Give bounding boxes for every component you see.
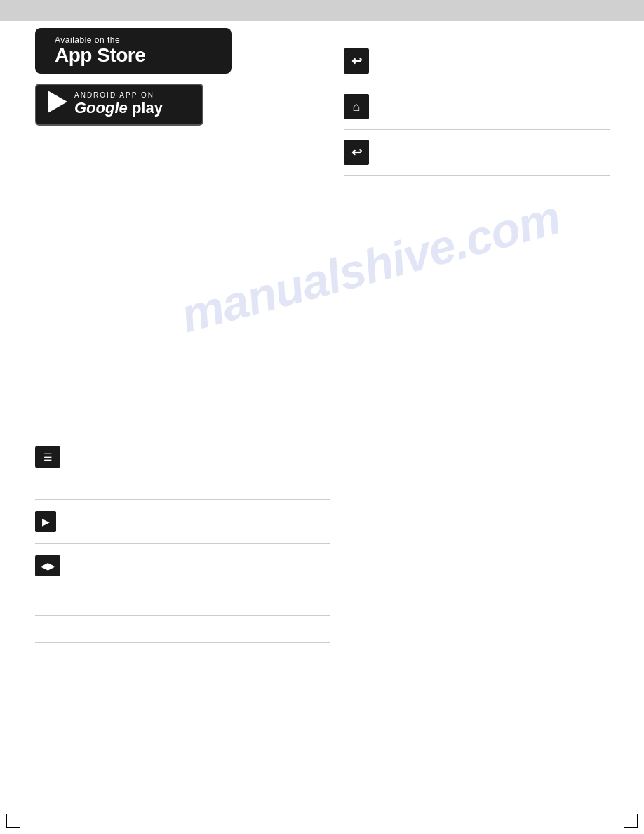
appstore-top-text: Available on the	[55, 35, 145, 45]
icon-row-return: ↩	[344, 130, 610, 176]
app-badges-section: Available on the App Store ANDROID APP O…	[35, 28, 302, 126]
googleplay-badge[interactable]: ANDROID APP ON Google play	[35, 84, 203, 126]
play-icon-box: ▶	[35, 511, 56, 532]
return-icon: ↩	[351, 145, 362, 160]
watermark: manualshive.com	[175, 189, 565, 343]
top-bar	[0, 0, 644, 21]
appstore-badge-text: Available on the App Store	[55, 35, 145, 67]
right-icon-section: ↩ ⌂ ↩	[344, 39, 610, 176]
home-icon: ⌂	[353, 100, 361, 114]
home-icon-box: ⌂	[344, 94, 369, 119]
googleplay-icon	[48, 91, 67, 119]
menu-icon-box: ☰	[35, 446, 60, 468]
skip-icon: ◀▶	[41, 561, 55, 571]
googleplay-top-text: ANDROID APP ON	[74, 91, 163, 99]
svg-marker-0	[48, 91, 67, 113]
corner-mark-br	[624, 814, 638, 828]
icon-row-home: ⌂	[344, 84, 610, 130]
bottom-icon-section: ☰ ▶ ◀▶	[35, 435, 330, 670]
play-icon-row: ▶	[35, 500, 330, 544]
return-icon-box: ↩	[344, 140, 369, 165]
menu-icon: ☰	[43, 451, 53, 463]
skip-icon-row: ◀▶	[35, 544, 330, 588]
appstore-main-text: App Store	[55, 45, 145, 67]
menu-icon-row: ☰	[35, 435, 330, 479]
skip-icon-box: ◀▶	[35, 555, 60, 576]
corner-mark-bl	[6, 814, 20, 828]
googleplay-badge-text: ANDROID APP ON Google play	[74, 91, 163, 117]
spacer-row	[35, 479, 330, 500]
bottom-spacer-row2	[35, 616, 330, 643]
bottom-spacer-row	[35, 588, 330, 616]
play-icon: ▶	[42, 516, 50, 527]
appstore-badge[interactable]: Available on the App Store	[35, 28, 232, 74]
back-icon-box: ↩	[344, 48, 369, 74]
bottom-spacer-row3	[35, 643, 330, 670]
back-icon: ↩	[351, 53, 362, 69]
icon-row-back: ↩	[344, 39, 610, 84]
googleplay-main-text: Google play	[74, 99, 163, 117]
